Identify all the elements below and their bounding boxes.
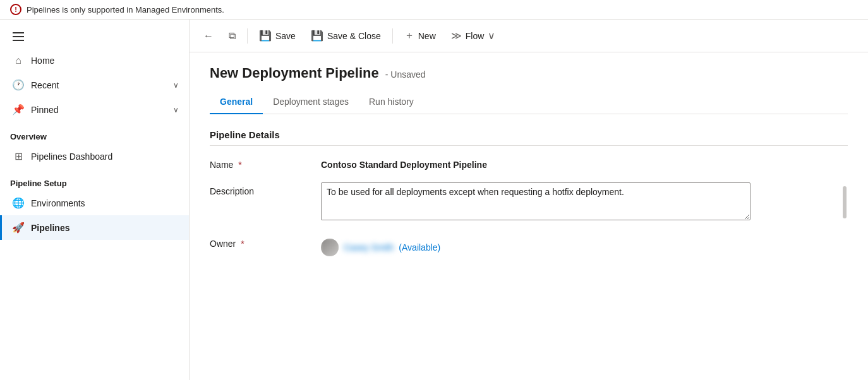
section-pipeline-setup-label: Pipeline Setup bbox=[0, 169, 189, 191]
flow-icon: ≫ bbox=[451, 30, 462, 42]
sidebar-item-home[interactable]: ⌂ Home bbox=[0, 49, 189, 73]
description-textarea[interactable] bbox=[321, 182, 750, 220]
form-content: Pipeline Details Name * Contoso Standard… bbox=[190, 114, 868, 284]
sidebar-item-pipelines-dashboard[interactable]: ⊞ Pipelines Dashboard bbox=[0, 144, 189, 169]
page-content: New Deployment Pipeline - Unsaved Genera… bbox=[190, 52, 868, 380]
sidebar-item-label: Pipelines Dashboard bbox=[31, 151, 179, 162]
new-button[interactable]: ＋ New bbox=[398, 25, 442, 46]
dashboard-icon: ⊞ bbox=[12, 150, 25, 162]
sidebar: ⌂ Home 🕐 Recent ∨ 📌 Pinned ∨ Overview ⊞ … bbox=[0, 20, 190, 380]
main-layout: ⌂ Home 🕐 Recent ∨ 📌 Pinned ∨ Overview ⊞ … bbox=[0, 20, 868, 380]
description-label: Description bbox=[210, 182, 311, 196]
home-icon: ⌂ bbox=[12, 55, 25, 66]
owner-label: Owner * bbox=[210, 235, 311, 249]
description-row: Description bbox=[210, 182, 848, 222]
globe-icon: 🌐 bbox=[12, 197, 25, 209]
scrollbar[interactable] bbox=[843, 186, 847, 218]
recent-icon: 🕐 bbox=[12, 79, 25, 91]
flow-label: Flow bbox=[466, 31, 485, 41]
toolbar-separator-2 bbox=[392, 28, 393, 44]
sidebar-item-label: Environments bbox=[31, 198, 179, 208]
avatar bbox=[321, 239, 339, 256]
popout-icon: ⧉ bbox=[229, 30, 236, 42]
owner-status: (Available) bbox=[399, 242, 440, 252]
flow-button[interactable]: ≫ Flow ∨ bbox=[445, 26, 502, 45]
chevron-down-icon: ∨ bbox=[173, 105, 179, 114]
name-label: Name * bbox=[210, 156, 311, 170]
back-icon: ← bbox=[203, 30, 214, 42]
hamburger-button[interactable] bbox=[10, 30, 27, 44]
save-close-button[interactable]: 💾 Save & Close bbox=[304, 26, 387, 45]
sidebar-item-label: Home bbox=[31, 56, 179, 66]
sidebar-item-recent[interactable]: 🕐 Recent ∨ bbox=[0, 73, 189, 97]
required-indicator: * bbox=[238, 160, 241, 170]
sidebar-item-label: Recent bbox=[31, 80, 167, 90]
chevron-down-icon: ∨ bbox=[173, 81, 179, 90]
warning-banner: ! Pipelines is only supported in Managed… bbox=[0, 0, 868, 20]
sidebar-item-pipelines[interactable]: 🚀 Pipelines bbox=[0, 215, 189, 240]
warning-text: Pipelines is only supported in Managed E… bbox=[27, 5, 224, 15]
sidebar-item-environments[interactable]: 🌐 Environments bbox=[0, 191, 189, 215]
sidebar-item-pinned[interactable]: 📌 Pinned ∨ bbox=[0, 97, 189, 122]
description-textarea-wrapper bbox=[321, 182, 848, 222]
page-title: New Deployment Pipeline bbox=[210, 65, 379, 81]
pin-icon: 📌 bbox=[12, 104, 25, 116]
tabs: General Deployment stages Run history bbox=[210, 92, 848, 114]
section-overview-label: Overview bbox=[0, 122, 189, 144]
required-indicator: * bbox=[241, 239, 244, 249]
rocket-icon: 🚀 bbox=[12, 222, 25, 234]
name-value: Contoso Standard Deployment Pipeline bbox=[321, 156, 848, 170]
content-area: ← ⧉ 💾 Save 💾 Save & Close ＋ New ≫ Flow bbox=[190, 20, 868, 380]
tab-general[interactable]: General bbox=[210, 92, 263, 114]
save-icon: 💾 bbox=[259, 30, 272, 42]
back-button[interactable]: ← bbox=[197, 27, 220, 45]
save-close-icon: 💾 bbox=[311, 30, 323, 42]
chevron-down-icon: ∨ bbox=[488, 30, 495, 42]
tab-deployment-stages[interactable]: Deployment stages bbox=[263, 92, 359, 114]
page-subtitle: - Unsaved bbox=[385, 69, 426, 80]
page-title-row: New Deployment Pipeline - Unsaved bbox=[210, 65, 848, 81]
popout-button[interactable]: ⧉ bbox=[222, 27, 242, 45]
owner-row: Owner * Casey Smith (Available) bbox=[210, 235, 848, 256]
new-label: New bbox=[418, 31, 436, 41]
save-close-label: Save & Close bbox=[327, 31, 381, 41]
toolbar: ← ⧉ 💾 Save 💾 Save & Close ＋ New ≫ Flow bbox=[190, 20, 868, 52]
save-button[interactable]: 💾 Save bbox=[253, 26, 302, 45]
name-row: Name * Contoso Standard Deployment Pipel… bbox=[210, 156, 848, 170]
warning-icon: ! bbox=[10, 4, 21, 15]
toolbar-separator bbox=[247, 28, 248, 44]
tab-run-history[interactable]: Run history bbox=[359, 92, 424, 114]
sidebar-item-label: Pinned bbox=[31, 105, 167, 115]
owner-name: Casey Smith bbox=[344, 242, 394, 252]
pipeline-details-title: Pipeline Details bbox=[210, 129, 848, 146]
sidebar-header bbox=[0, 20, 189, 49]
plus-icon: ＋ bbox=[404, 29, 414, 42]
sidebar-item-label: Pipelines bbox=[31, 223, 179, 233]
page-header: New Deployment Pipeline - Unsaved Genera… bbox=[190, 52, 868, 114]
save-label: Save bbox=[275, 31, 296, 41]
owner-value: Casey Smith (Available) bbox=[321, 235, 440, 256]
